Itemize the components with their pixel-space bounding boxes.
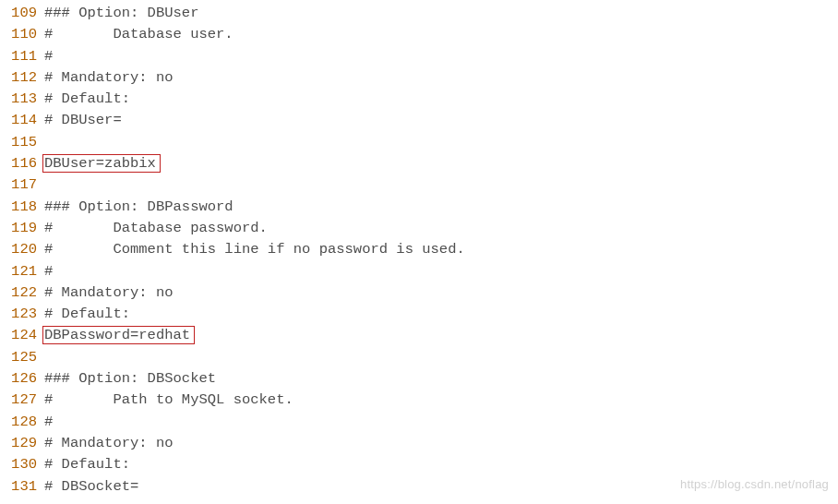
line-number: 122 bbox=[6, 282, 37, 304]
code-line: 120# Comment this line if no password is… bbox=[6, 239, 838, 260]
line-number: 119 bbox=[6, 218, 37, 239]
line-number: 121 bbox=[6, 261, 37, 282]
code-line: 119# Database password. bbox=[6, 218, 838, 239]
line-number: 124 bbox=[6, 325, 37, 346]
line-number: 128 bbox=[6, 412, 37, 433]
code-text: ### Option: DBPassword bbox=[44, 198, 233, 215]
line-number: 115 bbox=[6, 132, 37, 153]
code-line: 116DBUser=zabbix bbox=[6, 153, 838, 174]
code-line: 115 bbox=[6, 132, 838, 153]
code-line: 128# bbox=[6, 412, 838, 433]
code-text: # Database password. bbox=[44, 220, 268, 236]
code-line: 117 bbox=[6, 174, 838, 196]
line-number: 113 bbox=[6, 89, 37, 110]
code-line: 122# Mandatory: no bbox=[6, 282, 838, 304]
code-line: 127# Path to MySQL socket. bbox=[6, 390, 838, 411]
code-line: 112# Mandatory: no bbox=[6, 67, 838, 89]
code-text: # bbox=[44, 414, 53, 430]
code-text: # DBSocket= bbox=[44, 478, 138, 495]
line-number: 116 bbox=[6, 153, 37, 174]
line-number: 114 bbox=[6, 110, 37, 131]
code-text: # Mandatory: no bbox=[44, 284, 174, 301]
code-line: 113# Default: bbox=[6, 89, 838, 110]
highlighted-code-text: DBPassword=redhat bbox=[42, 326, 195, 344]
highlighted-code-text: DBUser=zabbix bbox=[42, 154, 161, 173]
code-text: ### Option: DBUser bbox=[44, 5, 198, 21]
code-text: # Database user. bbox=[44, 26, 233, 42]
code-block: 109### Option: DBUser110# Database user.… bbox=[0, 0, 838, 498]
code-text: # Default: bbox=[44, 456, 130, 473]
code-line: 111# bbox=[6, 46, 838, 67]
line-number: 129 bbox=[6, 433, 37, 454]
line-number: 112 bbox=[6, 67, 37, 89]
line-number: 126 bbox=[6, 368, 37, 390]
code-line: 118### Option: DBPassword bbox=[6, 197, 838, 218]
code-line: 121# bbox=[6, 261, 838, 282]
code-text: # Comment this line if no password is us… bbox=[44, 241, 465, 258]
code-line: 123# Default: bbox=[6, 304, 838, 325]
code-line: 129# Mandatory: no bbox=[6, 433, 838, 454]
watermark: https://blog.csdn.net/noflag bbox=[680, 474, 829, 495]
code-text: # Default: bbox=[44, 306, 130, 322]
code-text: # bbox=[44, 48, 53, 65]
line-number: 109 bbox=[6, 3, 37, 24]
code-line: 109### Option: DBUser bbox=[6, 3, 838, 24]
code-line: 124DBPassword=redhat bbox=[6, 325, 838, 346]
line-number: 120 bbox=[6, 239, 37, 260]
code-text: ### Option: DBSocket bbox=[44, 370, 216, 387]
line-number: 127 bbox=[6, 390, 37, 411]
code-text: # Path to MySQL socket. bbox=[44, 391, 293, 408]
line-number: 125 bbox=[6, 347, 37, 368]
line-number: 123 bbox=[6, 304, 37, 325]
line-number: 131 bbox=[6, 476, 37, 498]
code-text: # Mandatory: no bbox=[44, 69, 174, 86]
line-number: 110 bbox=[6, 24, 37, 45]
code-line: 126### Option: DBSocket bbox=[6, 368, 838, 390]
line-number: 130 bbox=[6, 454, 37, 475]
code-line: 114# DBUser= bbox=[6, 110, 838, 131]
line-number: 117 bbox=[6, 174, 37, 196]
code-line: 125 bbox=[6, 347, 838, 368]
code-text: # DBUser= bbox=[44, 112, 122, 128]
line-number: 118 bbox=[6, 197, 37, 218]
code-text: # Mandatory: no bbox=[44, 435, 174, 451]
code-text: # bbox=[44, 263, 53, 280]
code-text: # Default: bbox=[44, 90, 130, 107]
code-line: 110# Database user. bbox=[6, 24, 838, 45]
line-number: 111 bbox=[6, 46, 37, 67]
